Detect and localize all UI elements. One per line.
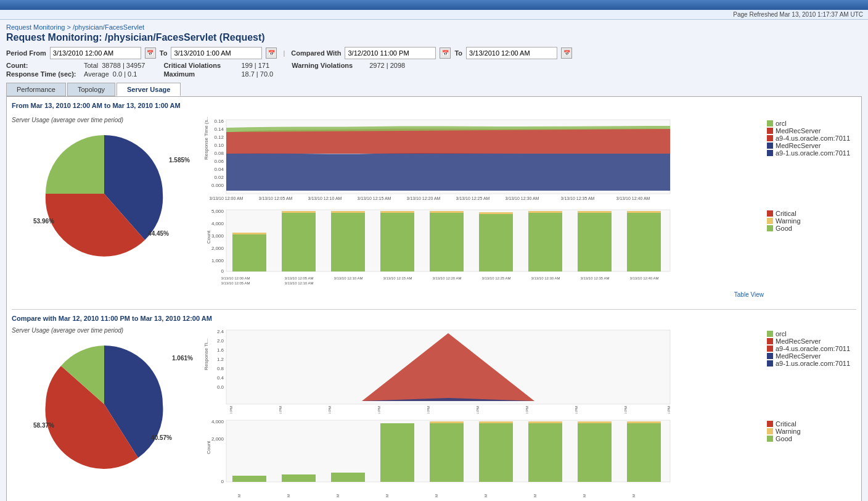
compared-with-input[interactable] xyxy=(345,47,436,59)
svg-rect-45 xyxy=(627,211,661,213)
period-to-label: To xyxy=(160,49,168,57)
s2-legend-medrec2: MedRecServer xyxy=(767,352,856,360)
period-from-cal-icon[interactable]: 📅 xyxy=(145,48,156,59)
period-to2-cal-icon[interactable]: 📅 xyxy=(561,48,572,59)
svg-rect-92 xyxy=(578,421,612,423)
svg-text:3/13/10 12:30 AM: 3/13/10 12:30 AM xyxy=(506,196,539,201)
svg-rect-33 xyxy=(331,211,365,213)
section2-pie-label3: 58.37% xyxy=(33,422,54,429)
average-label: Average xyxy=(84,70,109,78)
bar-legend-critical-color xyxy=(767,210,773,217)
compared-with-label: Compared With xyxy=(291,49,341,57)
svg-rect-81 xyxy=(232,476,266,482)
count-line: Count: Total 38788 | 34957 xyxy=(6,62,145,69)
critical-value: 199 | 171 xyxy=(241,62,269,69)
tab-topology[interactable]: Topology xyxy=(67,83,115,96)
svg-text:0.0: 0.0 xyxy=(217,384,224,390)
s2-bar-legend-critical: Critical xyxy=(767,420,856,428)
svg-text:3/13/10 12:05 AM: 3/13/10 12:05 AM xyxy=(284,276,313,280)
period-row: Period From 📅 To 📅 | Compared With 📅 To … xyxy=(6,47,862,59)
legend-medrec1-color xyxy=(767,128,773,134)
svg-text:3/13/10 12:25 AM: 3/13/10 12:25 AM xyxy=(481,276,510,280)
svg-rect-90 xyxy=(528,421,562,423)
svg-text:0.04: 0.04 xyxy=(214,167,224,172)
section2-bar-chart-wrap: 4,000 2,000 0 Count xyxy=(202,417,856,499)
svg-text:3/12/10 11:30 PM: 3/12/10 11:30 PM xyxy=(525,406,529,413)
svg-text:3/12/10 11:05 PM: 3/12/10 11:05 PM xyxy=(279,406,282,413)
breadcrumb-separator: > xyxy=(67,23,72,31)
svg-text:0.14: 0.14 xyxy=(214,126,224,132)
section1-area-legend: orcl MedRecServer a9-4.us.oracle.com:701… xyxy=(767,120,856,157)
period-from-input[interactable] xyxy=(50,47,141,59)
svg-text:0.12: 0.12 xyxy=(214,135,224,140)
section1-pie-svg xyxy=(36,126,172,262)
period-to2-input[interactable] xyxy=(466,47,557,59)
svg-text:5,000: 5,000 xyxy=(211,209,224,214)
table-view-anchor[interactable]: Table View xyxy=(734,291,764,298)
svg-rect-91 xyxy=(578,423,612,482)
section1-bar-svg: 5,000 4,000 3,000 2,000 1,000 0 Count xyxy=(202,207,738,287)
tab-performance[interactable]: Performance xyxy=(6,83,66,96)
svg-text:3/12/10 11:40 PM: 3/12/10 11:40 PM xyxy=(632,494,636,497)
page-refresh-bar: Page Refreshed Mar 13, 2010 1:17:37 AM U… xyxy=(0,10,868,20)
section2-pie-title: Server Usage (average over time period) xyxy=(12,327,197,334)
s2-legend-a94-label: a9-4.us.oracle.com:7011 xyxy=(776,345,850,352)
maximum-value: 18.7 | 70.0 xyxy=(241,70,273,78)
svg-text:3/13/10 12:15 AM: 3/13/10 12:15 AM xyxy=(383,276,412,280)
legend-a94-label: a9-4.us.oracle.com:7011 xyxy=(776,135,850,142)
svg-rect-34 xyxy=(380,213,414,271)
legend-a91-label: a9-1.us.oracle.com:7011 xyxy=(776,149,850,157)
s2-legend-medrec2-label: MedRecServer xyxy=(776,352,821,360)
legend-medrec2-color xyxy=(767,143,773,149)
section2-pie-area: Server Usage (average over time period) … xyxy=(12,327,197,499)
s2-bar-legend-critical-label: Critical xyxy=(776,420,796,428)
svg-text:0.10: 0.10 xyxy=(214,143,224,148)
response-time-label: Response Time (sec): xyxy=(6,70,80,78)
legend-item-medrec2: MedRecServer xyxy=(767,142,856,149)
section1-right-charts: 0.16 0.14 0.12 0.10 0.08 0.06 0.04 0.02 … xyxy=(202,117,856,303)
bar-legend-good-label: Good xyxy=(776,225,792,232)
period-to-cal-icon[interactable]: 📅 xyxy=(266,48,277,59)
section2-area-chart-wrap: 2.4 2.0 1.6 1.2 0.8 0.4 0.0 Response Ti.… xyxy=(202,327,856,415)
breadcrumb-parent[interactable]: Request Monitoring xyxy=(6,23,65,31)
stats-row: Count: Total 38788 | 34957 Response Time… xyxy=(6,62,862,78)
bar-legend-warning-color xyxy=(767,218,773,224)
total-value: 38788 | 34957 xyxy=(102,62,145,69)
svg-rect-84 xyxy=(380,423,414,482)
total-label: Total xyxy=(84,62,98,69)
svg-text:0.16: 0.16 xyxy=(214,118,224,124)
svg-text:3/12/10 11:15 PM: 3/12/10 11:15 PM xyxy=(377,406,381,413)
section1-chart-section: Server Usage (average over time period) … xyxy=(12,117,856,303)
svg-text:Count: Count xyxy=(206,230,211,244)
section1-bar-chart-wrap: 5,000 4,000 3,000 2,000 1,000 0 Count xyxy=(202,207,856,288)
tab-server-usage[interactable]: Server Usage xyxy=(117,83,181,96)
section2-right-charts: 2.4 2.0 1.6 1.2 0.8 0.4 0.0 Response Ti.… xyxy=(202,327,856,499)
section2-bar-legend: Critical Warning Good xyxy=(767,420,856,442)
legend-orcl-color xyxy=(767,120,773,126)
svg-text:2,000: 2,000 xyxy=(211,436,224,442)
svg-text:Response Time (s...: Response Time (s... xyxy=(203,117,209,160)
s2-legend-orcl: orcl xyxy=(767,330,856,337)
warning-line: Warning Violations 2972 | 2098 xyxy=(292,62,405,69)
svg-text:0.02: 0.02 xyxy=(214,175,224,180)
svg-rect-43 xyxy=(578,211,612,213)
svg-rect-87 xyxy=(479,423,513,482)
page-title: Request Monitoring: /physician/FacesServ… xyxy=(6,32,862,43)
section2-chart-section: Server Usage (average over time period) … xyxy=(12,327,856,499)
s2-legend-a91: a9-1.us.oracle.com:7011 xyxy=(767,360,856,367)
svg-text:3/12/10 11:25 PM: 3/12/10 11:25 PM xyxy=(476,406,480,413)
section2-area-svg: 2.4 2.0 1.6 1.2 0.8 0.4 0.0 Response Ti.… xyxy=(202,327,738,413)
breadcrumb: Request Monitoring > /physician/FacesSer… xyxy=(6,23,862,31)
section1-pie-label3: 53.96% xyxy=(33,218,54,225)
svg-rect-35 xyxy=(380,211,414,213)
svg-text:3/12/10 11:35 PM: 3/12/10 11:35 PM xyxy=(575,406,578,413)
period-to-input[interactable] xyxy=(171,47,262,59)
svg-text:3/12/10 11:20 PM: 3/12/10 11:20 PM xyxy=(435,494,438,497)
compared-with-cal-icon[interactable]: 📅 xyxy=(440,48,451,59)
svg-text:3/13/10 12:10 AM: 3/13/10 12:10 AM xyxy=(308,196,342,201)
svg-text:4,000: 4,000 xyxy=(211,419,224,424)
svg-text:3/12/10 11:35 PM: 3/12/10 11:35 PM xyxy=(583,494,586,497)
svg-text:0.8: 0.8 xyxy=(217,366,224,371)
section2-pie-container: 1.061% 40.57% 58.37% xyxy=(36,336,172,472)
section1-header: From Mar 13, 2010 12:00 AM to Mar 13, 20… xyxy=(12,102,856,112)
